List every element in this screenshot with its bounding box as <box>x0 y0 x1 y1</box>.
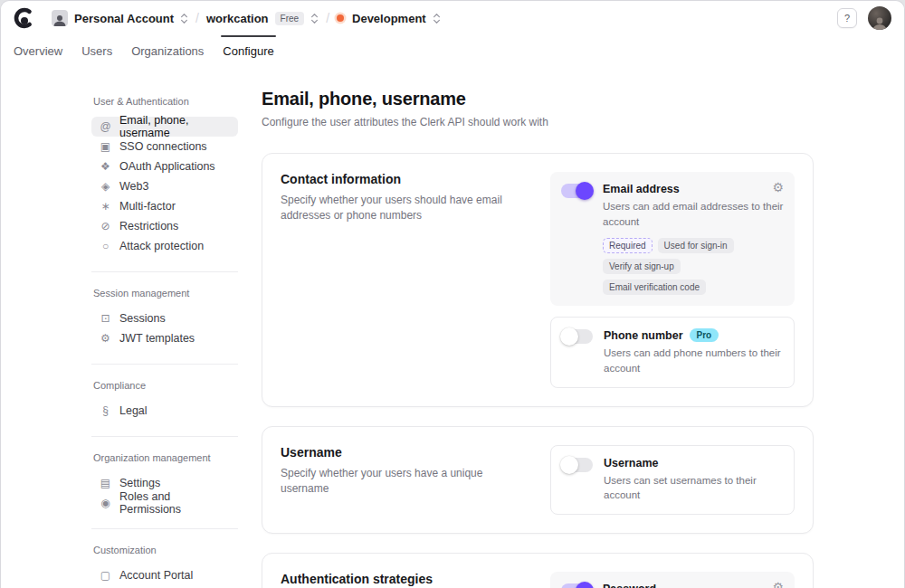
oauth-icon: ❖ <box>99 161 112 172</box>
username-toggle[interactable] <box>562 458 593 472</box>
tab-overview[interactable]: Overview <box>14 35 62 65</box>
username-card: Username Specify whether your users have… <box>262 426 814 534</box>
sidebar-section-compliance: Compliance § Legal <box>91 364 238 421</box>
sidebar-item-sso-connections[interactable]: ▣ SSO connections <box>91 137 238 156</box>
setting-title: Email address <box>603 183 680 195</box>
sidebar-section-organization-management: Organization management ▤ Settings ◉ Rol… <box>91 436 238 513</box>
setting-title: Phone number <box>604 329 683 342</box>
sidebar-section-customization: Customization ▢ Account Portal ☺ Avatars… <box>91 528 238 588</box>
sidebar-item-label: Restrictions <box>119 220 178 232</box>
sidebar-section-session-management: Session management ⊡ Sessions ⚙ JWT temp… <box>91 271 238 348</box>
sessions-icon: ⊡ <box>99 313 112 324</box>
clerk-logo-icon[interactable] <box>14 7 35 29</box>
sidebar-item-oauth-applications[interactable]: ❖ OAuth Applications <box>91 156 238 176</box>
sidebar-item-multi-factor[interactable]: ∗ Multi-factor <box>91 196 238 216</box>
sidebar-item-label: Settings <box>119 477 160 489</box>
top-bar-actions: ? <box>837 6 891 30</box>
user-avatar[interactable] <box>868 6 891 30</box>
setting-description: Users can add phone numbers to their acc… <box>604 346 783 375</box>
roles-icon: ◉ <box>99 498 112 508</box>
main-panel: Email, phone, username Configure the use… <box>262 89 814 588</box>
account-name: Personal Account <box>74 12 174 25</box>
shield-icon: ○ <box>99 241 112 251</box>
sidebar-item-account-portal[interactable]: ▢ Account Portal <box>91 565 238 585</box>
account-portal-icon: ▢ <box>99 570 112 581</box>
verify-at-sign-up-badge: Verify at sign-up <box>603 259 681 274</box>
setting-title: Username <box>604 457 658 469</box>
project-switcher[interactable]: workcation Free <box>206 12 319 25</box>
content-area: User & Authentication @ Email, phone, us… <box>1 65 904 588</box>
gear-icon: ⚙ <box>99 333 112 344</box>
gear-icon[interactable]: ⚙ <box>772 581 784 588</box>
tab-organizations[interactable]: Organizations <box>131 35 204 65</box>
page-title: Email, phone, username <box>262 89 814 109</box>
tab-users[interactable]: Users <box>81 35 112 65</box>
sidebar-item-restrictions[interactable]: ⊘ Restrictions <box>91 216 238 236</box>
used-for-sign-in-badge: Used for sign-in <box>658 238 734 253</box>
authentication-strategies-card: Authentication strategies Select the aut… <box>262 553 814 588</box>
breadcrumb: Personal Account / workcation Free / Dev… <box>52 10 441 26</box>
sidebar-item-label: Legal <box>119 404 148 417</box>
nav-tabs: Overview Users Organizations Configure <box>1 35 904 65</box>
sidebar-item-label: Email, phone, username <box>119 114 231 139</box>
sidebar-item-email-phone-username[interactable]: @ Email, phone, username <box>91 117 238 137</box>
password-setting: Password Users can sign in with a passwo… <box>550 572 795 588</box>
card-description: Specify whether your users have a unique… <box>281 466 527 498</box>
environment-name: Development <box>352 12 426 25</box>
sidebar-item-attack-protection[interactable]: ○ Attack protection <box>91 236 238 256</box>
email-verification-code-badge: Email verification code <box>603 280 706 295</box>
password-toggle[interactable] <box>561 583 592 588</box>
tab-configure[interactable]: Configure <box>223 35 273 65</box>
at-icon: @ <box>99 121 112 132</box>
setting-title: Password <box>603 583 656 588</box>
plan-badge: Free <box>275 12 305 25</box>
phone-number-setting: Phone number Pro Users can add phone num… <box>550 317 795 387</box>
setting-description: Users can set usernames to their account <box>604 473 783 503</box>
email-badges: Required Used for sign-in Verify at sign… <box>603 238 784 295</box>
card-description: Specify whether your users should have e… <box>281 193 527 224</box>
card-title: Authentication strategies <box>281 572 527 586</box>
help-button[interactable]: ? <box>837 8 857 28</box>
account-avatar <box>52 10 68 26</box>
username-setting: Username Users can set usernames to thei… <box>550 445 795 515</box>
sidebar-item-label: Account Portal <box>119 569 193 582</box>
sidebar-item-legal[interactable]: § Legal <box>91 401 238 421</box>
breadcrumb-separator: / <box>326 11 329 25</box>
app-window: Personal Account / workcation Free / Dev… <box>0 0 905 588</box>
card-title: Contact information <box>281 172 527 186</box>
sidebar-item-sessions[interactable]: ⊡ Sessions <box>91 308 238 328</box>
sso-icon: ▣ <box>99 141 112 152</box>
chevron-up-down-icon <box>433 13 441 24</box>
setting-description: Users can add email addresses to their a… <box>603 199 784 229</box>
lock-icon: ⊘ <box>99 221 112 232</box>
required-badge: Required <box>603 238 653 253</box>
development-dot-icon <box>337 14 344 22</box>
sidebar-item-label: Sessions <box>119 312 166 325</box>
environment-switcher[interactable]: Development <box>337 12 441 25</box>
sidebar-section-user-authentication: User & Authentication @ Email, phone, us… <box>91 96 238 256</box>
sidebar-item-label: OAuth Applications <box>119 160 215 173</box>
email-address-toggle[interactable] <box>561 184 592 198</box>
sidebar-section-title: User & Authentication <box>91 96 238 107</box>
sidebar-item-label: JWT templates <box>119 332 195 345</box>
sidebar-item-roles-permissions[interactable]: ◉ Roles and Permissions <box>91 493 238 513</box>
project-name: workcation <box>206 12 269 25</box>
sidebar-item-web3[interactable]: ◈ Web3 <box>91 176 238 196</box>
account-switcher[interactable]: Personal Account <box>52 10 188 26</box>
gear-icon[interactable]: ⚙ <box>772 181 784 194</box>
settings-sidebar: User & Authentication @ Email, phone, us… <box>91 89 238 588</box>
sidebar-item-label: SSO connections <box>119 140 207 153</box>
sidebar-item-label: Web3 <box>119 180 148 193</box>
sidebar-section-title: Customization <box>91 545 238 555</box>
legal-icon: § <box>99 405 112 416</box>
sidebar-item-label: Attack protection <box>119 240 204 252</box>
sidebar-section-title: Organization management <box>91 452 238 463</box>
card-title: Username <box>281 445 527 460</box>
sidebar-item-jwt-templates[interactable]: ⚙ JWT templates <box>91 328 238 348</box>
phone-number-toggle[interactable] <box>562 329 593 344</box>
pro-badge: Pro <box>690 328 719 342</box>
chevron-up-down-icon <box>180 13 188 24</box>
web3-icon: ◈ <box>99 181 112 192</box>
sidebar-section-title: Session management <box>91 288 238 299</box>
page-subtitle: Configure the user attributes the Clerk … <box>262 116 814 128</box>
